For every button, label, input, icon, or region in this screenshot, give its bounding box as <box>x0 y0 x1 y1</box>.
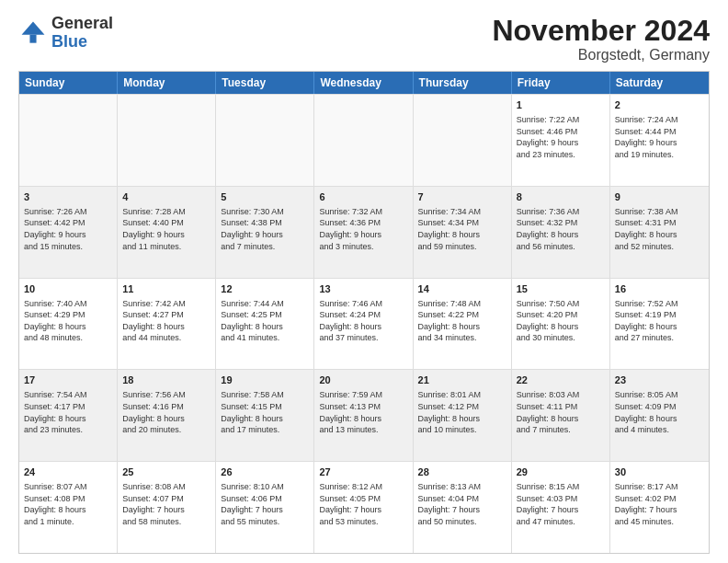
day-number: 2 <box>615 98 704 112</box>
day-number: 26 <box>221 465 309 479</box>
day-number: 11 <box>122 282 210 296</box>
day-number: 16 <box>615 282 704 296</box>
cal-cell-25: 25Sunrise: 8:08 AM Sunset: 4:07 PM Dayli… <box>118 462 216 553</box>
day-info: Sunrise: 8:03 AM Sunset: 4:11 PM Dayligh… <box>517 389 605 435</box>
day-info: Sunrise: 8:13 AM Sunset: 4:04 PM Dayligh… <box>418 481 506 527</box>
day-info: Sunrise: 7:59 AM Sunset: 4:13 PM Dayligh… <box>319 389 407 435</box>
day-info: Sunrise: 7:48 AM Sunset: 4:22 PM Dayligh… <box>418 298 506 344</box>
svg-marker-0 <box>22 21 45 34</box>
cal-cell-5: 5Sunrise: 7:30 AM Sunset: 4:38 PM Daylig… <box>216 187 314 278</box>
cal-cell-empty <box>118 95 216 186</box>
cal-cell-15: 15Sunrise: 7:50 AM Sunset: 4:20 PM Dayli… <box>512 279 610 370</box>
day-info: Sunrise: 7:50 AM Sunset: 4:20 PM Dayligh… <box>517 298 605 344</box>
day-info: Sunrise: 7:44 AM Sunset: 4:25 PM Dayligh… <box>221 298 309 344</box>
day-number: 13 <box>319 282 407 296</box>
day-number: 10 <box>24 282 112 296</box>
day-info: Sunrise: 7:58 AM Sunset: 4:15 PM Dayligh… <box>221 389 309 435</box>
cal-cell-10: 10Sunrise: 7:40 AM Sunset: 4:29 PM Dayli… <box>19 279 118 370</box>
cal-cell-19: 19Sunrise: 7:58 AM Sunset: 4:15 PM Dayli… <box>216 370 314 461</box>
cal-cell-21: 21Sunrise: 8:01 AM Sunset: 4:12 PM Dayli… <box>414 370 512 461</box>
day-number: 28 <box>418 465 506 479</box>
day-number: 24 <box>24 465 112 479</box>
logo-icon <box>18 18 48 48</box>
svg-rect-1 <box>29 35 36 43</box>
cal-cell-17: 17Sunrise: 7:54 AM Sunset: 4:17 PM Dayli… <box>19 370 118 461</box>
day-number: 14 <box>418 282 506 296</box>
header: General Blue November 2024 Borgstedt, Ge… <box>18 15 710 63</box>
cal-cell-8: 8Sunrise: 7:36 AM Sunset: 4:32 PM Daylig… <box>512 187 610 278</box>
calendar: SundayMondayTuesdayWednesdayThursdayFrid… <box>18 71 710 554</box>
day-number: 6 <box>319 190 407 204</box>
header-day-tuesday: Tuesday <box>216 72 314 94</box>
day-number: 8 <box>517 190 605 204</box>
cal-cell-16: 16Sunrise: 7:52 AM Sunset: 4:19 PM Dayli… <box>610 279 709 370</box>
day-info: Sunrise: 8:15 AM Sunset: 4:03 PM Dayligh… <box>517 481 605 527</box>
cal-cell-23: 23Sunrise: 8:05 AM Sunset: 4:09 PM Dayli… <box>610 370 709 461</box>
day-number: 27 <box>319 465 407 479</box>
day-info: Sunrise: 7:26 AM Sunset: 4:42 PM Dayligh… <box>24 206 112 252</box>
day-number: 7 <box>418 190 506 204</box>
day-info: Sunrise: 8:08 AM Sunset: 4:07 PM Dayligh… <box>122 481 210 527</box>
day-info: Sunrise: 8:10 AM Sunset: 4:06 PM Dayligh… <box>221 481 309 527</box>
cal-cell-7: 7Sunrise: 7:34 AM Sunset: 4:34 PM Daylig… <box>414 187 512 278</box>
day-info: Sunrise: 7:40 AM Sunset: 4:29 PM Dayligh… <box>24 298 112 344</box>
calendar-row-4: 24Sunrise: 8:07 AM Sunset: 4:08 PM Dayli… <box>19 461 709 553</box>
cal-cell-12: 12Sunrise: 7:44 AM Sunset: 4:25 PM Dayli… <box>216 279 314 370</box>
cal-cell-29: 29Sunrise: 8:15 AM Sunset: 4:03 PM Dayli… <box>512 462 610 553</box>
cal-cell-11: 11Sunrise: 7:42 AM Sunset: 4:27 PM Dayli… <box>118 279 216 370</box>
cal-cell-20: 20Sunrise: 7:59 AM Sunset: 4:13 PM Dayli… <box>314 370 413 461</box>
day-number: 12 <box>221 282 309 296</box>
cal-cell-empty <box>414 95 512 186</box>
day-number: 17 <box>24 373 112 387</box>
day-number: 22 <box>517 373 605 387</box>
calendar-body: 1Sunrise: 7:22 AM Sunset: 4:46 PM Daylig… <box>19 94 709 553</box>
logo-text: General Blue <box>51 15 113 52</box>
day-info: Sunrise: 7:52 AM Sunset: 4:19 PM Dayligh… <box>615 298 704 344</box>
day-info: Sunrise: 7:56 AM Sunset: 4:16 PM Dayligh… <box>122 389 210 435</box>
cal-cell-18: 18Sunrise: 7:56 AM Sunset: 4:16 PM Dayli… <box>118 370 216 461</box>
day-number: 15 <box>517 282 605 296</box>
day-info: Sunrise: 8:12 AM Sunset: 4:05 PM Dayligh… <box>319 481 407 527</box>
cal-cell-empty <box>19 95 118 186</box>
day-info: Sunrise: 7:32 AM Sunset: 4:36 PM Dayligh… <box>319 206 407 252</box>
day-number: 1 <box>517 98 605 112</box>
cal-cell-13: 13Sunrise: 7:46 AM Sunset: 4:24 PM Dayli… <box>314 279 413 370</box>
day-info: Sunrise: 8:17 AM Sunset: 4:02 PM Dayligh… <box>615 481 704 527</box>
day-info: Sunrise: 7:36 AM Sunset: 4:32 PM Dayligh… <box>517 206 605 252</box>
cal-cell-14: 14Sunrise: 7:48 AM Sunset: 4:22 PM Dayli… <box>414 279 512 370</box>
day-info: Sunrise: 7:54 AM Sunset: 4:17 PM Dayligh… <box>24 389 112 435</box>
header-day-monday: Monday <box>118 72 216 94</box>
cal-cell-empty <box>216 95 314 186</box>
day-number: 5 <box>221 190 309 204</box>
page: General Blue November 2024 Borgstedt, Ge… <box>0 0 728 563</box>
day-info: Sunrise: 7:22 AM Sunset: 4:46 PM Dayligh… <box>517 114 605 160</box>
header-day-friday: Friday <box>512 72 610 94</box>
header-day-thursday: Thursday <box>414 72 512 94</box>
day-number: 9 <box>615 190 704 204</box>
title-month: November 2024 <box>492 15 710 47</box>
logo-blue: Blue <box>51 33 113 52</box>
header-day-saturday: Saturday <box>610 72 709 94</box>
cal-cell-1: 1Sunrise: 7:22 AM Sunset: 4:46 PM Daylig… <box>512 95 610 186</box>
day-number: 20 <box>319 373 407 387</box>
cal-cell-3: 3Sunrise: 7:26 AM Sunset: 4:42 PM Daylig… <box>19 187 118 278</box>
header-day-wednesday: Wednesday <box>314 72 413 94</box>
cal-cell-27: 27Sunrise: 8:12 AM Sunset: 4:05 PM Dayli… <box>314 462 413 553</box>
cal-cell-28: 28Sunrise: 8:13 AM Sunset: 4:04 PM Dayli… <box>414 462 512 553</box>
day-number: 21 <box>418 373 506 387</box>
day-number: 18 <box>122 373 210 387</box>
day-info: Sunrise: 8:05 AM Sunset: 4:09 PM Dayligh… <box>615 389 704 435</box>
cal-cell-26: 26Sunrise: 8:10 AM Sunset: 4:06 PM Dayli… <box>216 462 314 553</box>
cal-cell-2: 2Sunrise: 7:24 AM Sunset: 4:44 PM Daylig… <box>610 95 709 186</box>
day-number: 23 <box>615 373 704 387</box>
calendar-row-3: 17Sunrise: 7:54 AM Sunset: 4:17 PM Dayli… <box>19 369 709 461</box>
calendar-row-2: 10Sunrise: 7:40 AM Sunset: 4:29 PM Dayli… <box>19 278 709 370</box>
day-info: Sunrise: 7:38 AM Sunset: 4:31 PM Dayligh… <box>615 206 704 252</box>
day-info: Sunrise: 7:46 AM Sunset: 4:24 PM Dayligh… <box>319 298 407 344</box>
day-info: Sunrise: 8:07 AM Sunset: 4:08 PM Dayligh… <box>24 481 112 527</box>
logo-general: General <box>51 15 113 33</box>
calendar-row-1: 3Sunrise: 7:26 AM Sunset: 4:42 PM Daylig… <box>19 186 709 278</box>
day-info: Sunrise: 8:01 AM Sunset: 4:12 PM Dayligh… <box>418 389 506 435</box>
cal-cell-4: 4Sunrise: 7:28 AM Sunset: 4:40 PM Daylig… <box>118 187 216 278</box>
day-number: 30 <box>615 465 704 479</box>
